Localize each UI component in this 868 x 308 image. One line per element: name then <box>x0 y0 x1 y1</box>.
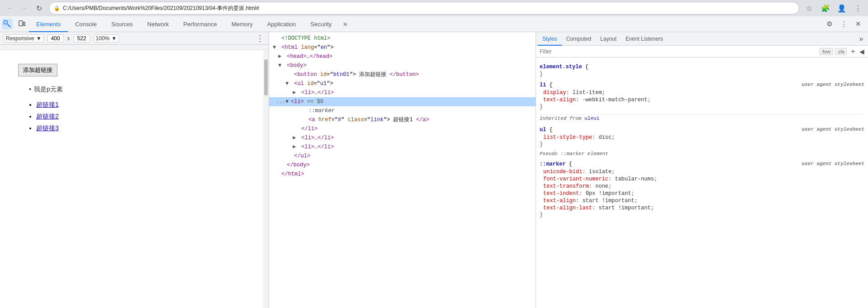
style-prop-text-align-important: text-align: start !important; <box>543 197 864 204</box>
devtools-more-button[interactable]: ⋮ <box>837 18 850 30</box>
styles-tab-layout[interactable]: Layout <box>596 32 621 46</box>
forward-button[interactable]: → <box>18 2 31 14</box>
tab-elements[interactable]: Elements <box>29 16 68 32</box>
elements-content[interactable]: <!DOCTYPE html> ▼ <html lang="en"> ► <he… <box>269 32 536 308</box>
dom-line-ul[interactable]: ▼ <ul id="u1"> <box>269 79 536 88</box>
svg-rect-2 <box>19 21 23 26</box>
responsive-dropdown-icon: ▼ <box>36 35 42 42</box>
styles-tab-event-listeners[interactable]: Event Listeners <box>621 32 668 46</box>
back-button[interactable]: ← <box>4 2 16 14</box>
hov-filter-button[interactable]: :hov <box>819 48 833 55</box>
ul-rule-close: } <box>540 141 864 147</box>
pseudo-marker-label: Pseudo ::marker element <box>540 151 864 156</box>
viewport-toolbar: Responsive ▼ x 100% ▼ ⋮ <box>0 32 269 45</box>
tab-memory[interactable]: Memory <box>224 16 260 32</box>
expand-arrow <box>285 71 291 79</box>
page-link-3[interactable]: 超链接3 <box>36 124 59 132</box>
styles-tab-styles[interactable]: Styles <box>538 32 562 46</box>
expand-arrow[interactable]: ► <box>293 143 298 151</box>
inspect-tool-button[interactable] <box>2 19 13 29</box>
tab-sources[interactable]: Sources <box>104 16 140 32</box>
reload-button[interactable]: ↻ <box>33 2 45 14</box>
styles-more-tabs-button[interactable]: » <box>856 34 866 44</box>
viewport-more-button[interactable]: ⋮ <box>255 33 265 43</box>
tab-console[interactable]: Console <box>68 16 104 32</box>
dom-line-html[interactable]: ▼ <html lang="en"> <box>269 43 536 52</box>
zoom-label: 100% <box>96 35 110 42</box>
page-add-link-button[interactable]: 添加超链接 <box>18 64 57 76</box>
expand-arrow <box>273 170 278 178</box>
inherited-label: Inherited from ul#u1 <box>540 114 864 122</box>
device-toggle-button[interactable] <box>16 19 27 29</box>
dom-line-html-close[interactable]: </html> <box>269 170 536 179</box>
styles-filter-input[interactable] <box>540 48 817 55</box>
dom-line-a[interactable]: <a href="#" class="link"> 超链接1 </a> <box>269 115 536 124</box>
profile-button[interactable]: 👤 <box>835 2 848 14</box>
menu-button[interactable]: ⋮ <box>852 2 864 14</box>
devtools-close-button[interactable]: ✕ <box>852 18 864 30</box>
extension-button[interactable]: 🧩 <box>819 2 832 14</box>
width-input[interactable] <box>47 34 64 43</box>
marker-source: user agent stylesheet <box>802 161 864 166</box>
responsive-select[interactable]: Responsive ▼ <box>4 34 44 43</box>
title-bar: ← → ↻ 🔒 C:/Users/PMB/Documents/Work%20Fi… <box>0 0 868 16</box>
dom-line-doctype[interactable]: <!DOCTYPE html> <box>269 34 536 43</box>
inherited-from: ul#u1 <box>584 116 599 121</box>
cls-filter-button[interactable]: .cls <box>835 48 847 55</box>
dom-line-head[interactable]: ► <head>…</head> <box>269 52 536 61</box>
page-content: 添加超链接 • 我是p元素 超链接1 超链接2 超链接3 <box>0 50 269 150</box>
dom-line-li-close[interactable]: </li> <box>269 124 536 133</box>
li-rule-close: } <box>540 104 864 110</box>
expand-arrow[interactable]: ▼ <box>285 98 291 106</box>
tab-network[interactable]: Network <box>140 16 176 32</box>
bookmark-button[interactable]: ☆ <box>803 2 816 14</box>
expand-arrow[interactable]: ▼ <box>285 80 291 88</box>
page-link-2[interactable]: 超链接2 <box>36 113 59 120</box>
style-prop-font-variant-numeric: font-variant-numeric: tabular-nums; <box>543 175 864 183</box>
more-tabs-button[interactable]: » <box>339 16 351 32</box>
page-link-1[interactable]: 超链接1 <box>36 101 59 108</box>
styles-content: element.style { } li user agent styleshe… <box>536 57 868 308</box>
dom-line-button[interactable]: <button id="btn01"> 添加超链接 </button> <box>269 70 536 79</box>
li-source: user agent stylesheet <box>802 82 864 87</box>
devtools-settings-button[interactable]: ⚙ <box>823 18 835 30</box>
expand-arrow[interactable]: ► <box>293 89 298 97</box>
tab-performance[interactable]: Performance <box>176 16 224 32</box>
height-input[interactable] <box>74 34 90 43</box>
dom-line-li-2[interactable]: ► <li>…</li> <box>269 133 536 142</box>
address-bar[interactable]: 🔒 C:/Users/PMB/Documents/Work%20Files/20… <box>49 2 799 14</box>
tab-security[interactable]: Security <box>303 16 339 32</box>
dom-line-marker[interactable]: ::marker <box>269 106 536 115</box>
dom-line-li-1[interactable]: ► <li>…</li> <box>269 88 536 97</box>
styles-filter-bar: :hov .cls + ◀ <box>536 46 868 57</box>
style-prop-list-style-type: list-style-type: disc; <box>543 134 864 141</box>
tab-application[interactable]: Application <box>260 16 304 32</box>
dom-line-body[interactable]: ▼ <body> <box>269 61 536 70</box>
marker-rule-close: } <box>540 212 864 218</box>
dots-button[interactable]: ... <box>276 98 285 106</box>
expand-arrow[interactable]: ► <box>278 52 284 61</box>
devtools-tabbar: Elements Console Sources Network Perform… <box>0 16 868 32</box>
expand-styles-button[interactable]: ◀ <box>859 48 864 55</box>
bullet-point: • <box>29 85 31 93</box>
elements-panel: <!DOCTYPE html> ▼ <html lang="en"> ► <he… <box>269 32 536 308</box>
expand-arrow[interactable]: ▼ <box>278 62 284 70</box>
svg-rect-3 <box>24 22 25 26</box>
zoom-select[interactable]: 100% ▼ <box>94 34 119 43</box>
style-prop-text-align: text-align: -webkit-match-parent; <box>543 96 864 104</box>
styles-tab-computed[interactable]: Computed <box>562 32 596 46</box>
dom-line-ul-close[interactable]: </ul> <box>269 152 536 161</box>
dom-line-body-close[interactable]: </body> <box>269 161 536 170</box>
dom-line-li-selected[interactable]: ... ▼ <li> == $0 <box>269 97 536 106</box>
devtools-actions: ⚙ ⋮ ✕ <box>823 18 868 30</box>
style-prop-text-transform: text-transform: none; <box>543 183 864 190</box>
expand-arrow[interactable]: ▼ <box>273 43 278 52</box>
viewport-scrollbar-v[interactable] <box>263 50 269 308</box>
expand-arrow <box>278 161 284 169</box>
styles-panel: Styles Computed Layout Event Listeners »… <box>536 32 868 308</box>
add-style-button[interactable]: + <box>849 47 858 56</box>
nav-buttons: ← → ↻ <box>4 2 45 14</box>
dom-line-li-3[interactable]: ► <li>…</li> <box>269 142 536 152</box>
browser-window: ← → ↻ 🔒 C:/Users/PMB/Documents/Work%20Fi… <box>0 0 868 308</box>
expand-arrow[interactable]: ► <box>293 134 298 142</box>
